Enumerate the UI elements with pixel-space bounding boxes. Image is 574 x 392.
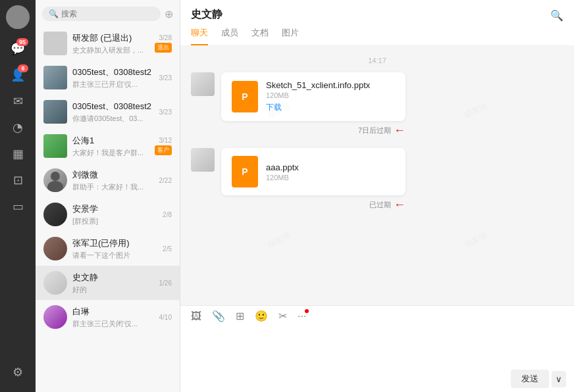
user-avatar[interactable]	[6, 5, 30, 29]
message-avatar	[191, 148, 215, 172]
mail-icon: ✉	[13, 94, 23, 109]
list-item[interactable]: 张军卫(已停用) 请看一下这个图片 2/5	[36, 232, 180, 266]
tab-docs[interactable]: 文档	[251, 27, 269, 45]
tag-badge: 退出	[155, 43, 172, 53]
contact-info: 白琳 群主张三已关闭'仅...	[72, 306, 154, 329]
message-bubble: P Sketch_51_xclient.info.pptx 120MB 下载 7…	[221, 72, 405, 137]
compose-icon[interactable]: ⊕	[165, 8, 173, 20]
message-row: P Sketch_51_xclient.info.pptx 120MB 下载 7…	[191, 72, 563, 137]
sidebar-item-calendar[interactable]: ▦	[6, 142, 30, 166]
send-bar: 发送 ∨	[180, 366, 574, 392]
contact-meta: 3/12 客户	[155, 137, 172, 155]
sidebar-item-stats[interactable]: ◔	[6, 116, 30, 139]
sidebar-item-settings[interactable]: ⚙	[6, 360, 30, 384]
contact-meta: 1/26	[159, 280, 172, 287]
tab-images[interactable]: 图片	[282, 27, 299, 45]
file-name: Sketch_51_xclient.info.pptx	[266, 80, 395, 90]
emoji-toolbar-icon[interactable]: 🙂	[255, 310, 268, 322]
send-button[interactable]: 发送	[511, 370, 549, 388]
file-size: 120MB	[266, 91, 395, 99]
screenshot-toolbar-icon[interactable]: ⊞	[236, 310, 244, 322]
window-icon: ⊡	[13, 173, 23, 187]
file-card: P Sketch_51_xclient.info.pptx 120MB 下载	[221, 72, 405, 121]
list-item[interactable]: 安景学 [群投票] 2/8	[36, 197, 180, 232]
sidebar-item-mail[interactable]: ✉	[6, 89, 30, 113]
send-dropdown-button[interactable]: ∨	[552, 371, 566, 387]
contact-preview: 群助手：大家好！我...	[72, 182, 154, 192]
calendar-icon: ▦	[13, 147, 24, 161]
list-item[interactable]: 刘微微 群助手：大家好！我... 2/22	[36, 163, 180, 197]
search-input-wrap[interactable]: 🔍	[42, 7, 161, 21]
contact-name: 研发部 (已退出)	[72, 32, 149, 44]
contact-preview: 请看一下这个图片	[72, 251, 157, 260]
sidebar-item-chat[interactable]: 💬 95	[6, 37, 30, 61]
contact-date: 3/12	[159, 137, 172, 144]
file-info: Sketch_51_xclient.info.pptx 120MB 下载	[266, 80, 395, 113]
chat-tabs: 聊天 成员 文档 图片	[191, 27, 563, 45]
tab-members[interactable]: 成员	[221, 27, 238, 45]
list-item[interactable]: 白琳 群主张三已关闭'仅... 4/10	[36, 300, 180, 334]
search-input[interactable]	[61, 9, 154, 18]
contact-name: 安景学	[72, 203, 157, 215]
svg-point-0	[13, 9, 23, 20]
contact-date: 2/8	[163, 211, 172, 218]
sidebar-panel: 💬 95 👤 6 ✉ ◔ ▦ ⊡ ▭ ⚙	[0, 0, 36, 392]
stats-icon: ◔	[13, 120, 23, 135]
contact-meta: 4/10	[159, 314, 172, 321]
file-card: P aaa.pptx 120MB	[221, 148, 405, 195]
contact-info: 0305test、0308test2 群主张三已开启'仅...	[72, 66, 154, 89]
list-item[interactable]: 0305test、0308test2 群主张三已开启'仅... 3/23	[36, 61, 180, 95]
contact-info: 史文静 好的	[72, 272, 154, 295]
contact-preview: 群主张三已开启'仅...	[72, 80, 154, 89]
contact-preview: 史文静加入研发部，...	[72, 45, 149, 55]
chat-header: 史文静 聊天 成员 文档 图片 🔍	[180, 0, 574, 46]
contact-preview: 你邀请0305test、03...	[72, 114, 154, 124]
tab-chat[interactable]: 聊天	[191, 27, 208, 45]
expire-text: 已过期	[369, 200, 391, 210]
avatar	[43, 134, 67, 158]
contacts-badge: 6	[18, 64, 28, 72]
avatar	[43, 305, 67, 329]
list-item[interactable]: 0305test、0308test2 你邀请0305test、03... 3/2…	[36, 95, 180, 129]
contact-meta: 3/23	[159, 109, 172, 116]
svg-point-1	[9, 20, 27, 29]
contact-meta: 2/5	[163, 245, 172, 253]
svg-point-4	[47, 181, 63, 192]
file-size: 120MB	[266, 174, 395, 182]
tag-badge: 客户	[155, 145, 172, 155]
avatar	[43, 66, 67, 89]
list-item[interactable]: 史文静 好的 1/26	[36, 266, 180, 300]
chat-search-button[interactable]: 🔍	[550, 9, 563, 22]
chat-input-area[interactable]	[180, 326, 574, 366]
message-timestamp: 14:17	[191, 57, 563, 64]
sidebar-item-contacts[interactable]: 👤 6	[6, 63, 30, 87]
contact-date: 2/5	[163, 245, 172, 253]
sidebar-item-monitor[interactable]: ▭	[6, 195, 30, 218]
avatar	[43, 271, 67, 295]
download-link[interactable]: 下载	[266, 102, 395, 113]
list-item[interactable]: 研发部 (已退出) 史文静加入研发部，... 3/28 退出	[36, 26, 180, 61]
chat-badge: 95	[16, 38, 28, 46]
attach-toolbar-icon[interactable]: 📎	[212, 310, 225, 322]
search-icon: 🔍	[49, 9, 59, 18]
contact-preview: [群投票]	[72, 216, 157, 226]
contact-preview: 好的	[72, 285, 154, 295]
more-toolbar-icon[interactable]: ···	[298, 310, 306, 322]
image-toolbar-icon[interactable]: 🖼	[191, 310, 201, 322]
contact-meta: 3/23	[159, 74, 172, 82]
message-row: P aaa.pptx 120MB 已过期 ←	[191, 148, 563, 212]
avatar	[43, 237, 67, 260]
contact-name: 公海1	[72, 135, 149, 147]
list-item[interactable]: 公海1 大家好！我是客户群... 3/12 客户	[36, 129, 180, 163]
contact-meta: 2/22	[159, 177, 172, 184]
scissors-toolbar-icon[interactable]: ✂	[278, 310, 287, 322]
contact-name: 史文静	[72, 272, 154, 283]
contact-name: 0305test、0308test2	[72, 66, 154, 78]
file-type-icon: P	[232, 81, 258, 112]
contact-date: 3/23	[159, 74, 172, 82]
contact-date: 3/23	[159, 109, 172, 116]
monitor-icon: ▭	[13, 199, 24, 214]
sidebar-item-window[interactable]: ⊡	[6, 168, 30, 192]
message-input[interactable]	[191, 331, 563, 358]
contact-info: 张军卫(已停用) 请看一下这个图片	[72, 237, 157, 260]
